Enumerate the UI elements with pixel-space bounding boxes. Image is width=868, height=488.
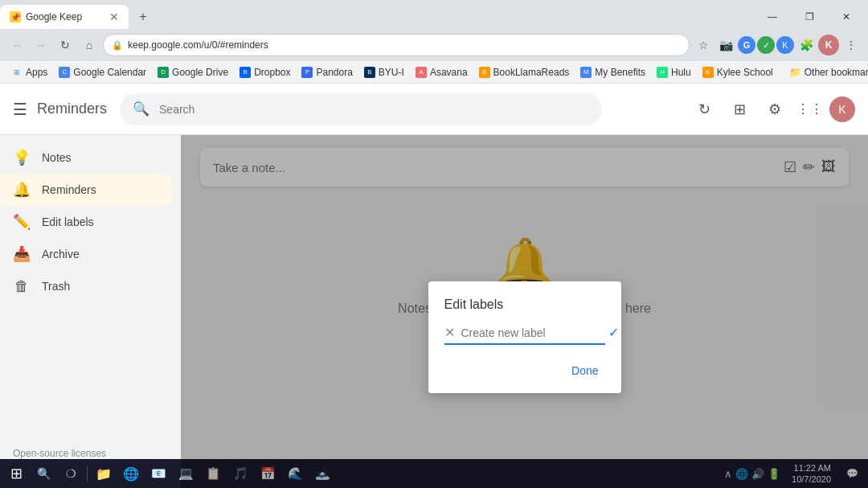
home-button[interactable]: ⌂ bbox=[79, 35, 100, 55]
dialog-clear-button[interactable]: ✕ bbox=[444, 325, 455, 340]
bookmark-favicon: B bbox=[364, 67, 375, 78]
lock-icon: 🔒 bbox=[112, 40, 123, 51]
reminders-icon: 🔔 bbox=[13, 181, 31, 199]
sidebar-item-trash[interactable]: 🗑 Trash bbox=[0, 270, 174, 302]
address-bar-row: ← → ↻ ⌂ 🔒 keep.google.com/u/0/#reminders… bbox=[0, 29, 868, 61]
taskbar-chrome-button[interactable]: 🌐 bbox=[118, 461, 144, 486]
sidebar-item-archive[interactable]: 📥 Archive bbox=[0, 238, 174, 270]
bookmark-other[interactable]: 📁 Other bookmarks bbox=[784, 65, 868, 80]
minimize-button[interactable]: — bbox=[754, 5, 791, 29]
bookmark-dropbox[interactable]: B Dropbox bbox=[235, 65, 295, 80]
star-icon[interactable]: ☆ bbox=[693, 35, 714, 55]
bookmark-book[interactable]: B BookLlamaReads bbox=[474, 65, 575, 80]
apps-grid-icon[interactable]: ⋮⋮ bbox=[794, 93, 826, 125]
tab-bar: 📌 Google Keep ✕ + — ❐ ✕ bbox=[0, 0, 868, 29]
tab-title: Google Keep bbox=[26, 11, 103, 23]
dialog-done-button[interactable]: Done bbox=[565, 358, 604, 383]
taskbar-view-button[interactable]: ❍ bbox=[58, 461, 84, 486]
sidebar-label-archive: Archive bbox=[42, 248, 80, 260]
bookmarks-bar: ⊞ Apps C Google Calendar D Google Drive … bbox=[0, 61, 868, 84]
settings-icon[interactable]: ⚙ bbox=[759, 93, 791, 125]
restore-button[interactable]: ❐ bbox=[791, 5, 828, 29]
back-button[interactable]: ← bbox=[6, 35, 27, 55]
taskbar-mail-button[interactable]: 📧 bbox=[145, 461, 171, 486]
refresh-button[interactable]: ↻ bbox=[55, 35, 76, 55]
account-icon[interactable]: K bbox=[818, 35, 839, 55]
active-tab[interactable]: 📌 Google Keep ✕ bbox=[0, 5, 129, 29]
footer-text: Open-source licenses bbox=[13, 448, 106, 459]
sidebar-item-reminders[interactable]: 🔔 Reminders bbox=[0, 174, 174, 206]
refresh-icon[interactable]: ↻ bbox=[688, 93, 720, 125]
bookmark-kylee[interactable]: K Kylee School bbox=[698, 65, 778, 80]
app-logo: Reminders bbox=[37, 100, 107, 117]
dialog-title: Edit labels bbox=[444, 297, 605, 312]
bookmark-favicon: P bbox=[301, 67, 313, 78]
trash-icon: 🗑 bbox=[13, 278, 31, 295]
bookmark-pandora[interactable]: P Pandora bbox=[297, 65, 357, 80]
address-bar[interactable]: 🔒 keep.google.com/u/0/#reminders bbox=[103, 34, 690, 56]
bookmark-label: Apps bbox=[26, 67, 47, 78]
layout-icon[interactable]: ⊞ bbox=[723, 93, 755, 125]
bookmark-label: BYU-I bbox=[379, 67, 404, 78]
taskbar-explorer-button[interactable]: 📁 bbox=[91, 461, 117, 486]
dialog-confirm-button[interactable]: ✓ bbox=[608, 325, 619, 340]
extension3-icon[interactable]: 🧩 bbox=[796, 35, 817, 55]
new-tab-button[interactable]: + bbox=[132, 6, 154, 28]
tab-favicon: 📌 bbox=[10, 11, 21, 23]
app-footer: Open-source licenses bbox=[13, 448, 106, 459]
bookmark-label: Other bookmarks bbox=[805, 67, 868, 78]
bookmark-favicon: K bbox=[702, 67, 714, 78]
bookmark-folder-icon: 📁 bbox=[789, 67, 801, 78]
bookmark-label: Google Calendar bbox=[73, 67, 146, 78]
google-icon[interactable]: G bbox=[738, 36, 755, 54]
taskbar-search-button[interactable]: 🔍 bbox=[31, 461, 56, 486]
taskbar-start-button[interactable]: ⊞ bbox=[3, 461, 29, 486]
toolbar-icons: ☆ 📷 G ✓ K 🧩 K ⋮ bbox=[693, 35, 862, 55]
taskbar-separator bbox=[87, 465, 88, 482]
close-button[interactable]: ✕ bbox=[828, 5, 865, 29]
extension2-icon[interactable]: K bbox=[776, 36, 794, 54]
browser-chrome: 📌 Google Keep ✕ + — ❐ ✕ ← → ↻ ⌂ 🔒 keep.g… bbox=[0, 0, 868, 84]
search-input[interactable] bbox=[159, 103, 589, 116]
bookmark-label: Asavana bbox=[430, 67, 468, 78]
bookmark-label: Hulu bbox=[671, 67, 691, 78]
header-actions: ↻ ⊞ ⚙ ⋮⋮ K bbox=[688, 93, 855, 125]
bookmark-byu[interactable]: B BYU-I bbox=[359, 65, 409, 80]
extension1-icon[interactable]: ✓ bbox=[757, 36, 775, 54]
dialog-footer: Done bbox=[444, 358, 605, 383]
main-content: Take a note... ☑ ✏ 🖼 🔔 Notes with upcomi… bbox=[181, 135, 868, 488]
sidebar-label-reminders: Reminders bbox=[42, 183, 96, 196]
bookmark-favicon: H bbox=[657, 67, 668, 78]
bookmark-favicon: ⊞ bbox=[11, 67, 23, 78]
edit-labels-icon: ✏️ bbox=[13, 213, 31, 231]
dialog-label-input[interactable] bbox=[461, 326, 602, 339]
tab-close-button[interactable]: ✕ bbox=[109, 10, 119, 23]
bookmark-label: Dropbox bbox=[254, 67, 290, 78]
bookmark-favicon: D bbox=[158, 67, 169, 78]
bookmark-benefits[interactable]: M My Benefits bbox=[575, 65, 650, 80]
bookmark-label: Google Drive bbox=[172, 67, 228, 78]
forward-button[interactable]: → bbox=[31, 35, 51, 55]
avatar[interactable]: K bbox=[829, 96, 855, 122]
sidebar-item-notes[interactable]: 💡 Notes bbox=[0, 141, 174, 174]
bookmark-gdrive[interactable]: D Google Drive bbox=[153, 65, 233, 80]
app-header: ☰ Reminders 🔍 ↻ ⊞ ⚙ ⋮⋮ K bbox=[0, 84, 868, 135]
bookmark-hulu[interactable]: H Hulu bbox=[652, 65, 696, 80]
bookmark-favicon: B bbox=[240, 67, 251, 78]
bookmark-label: Pandora bbox=[316, 67, 352, 78]
archive-icon: 📥 bbox=[13, 245, 31, 263]
bookmark-favicon: C bbox=[59, 67, 70, 78]
screenshot-icon[interactable]: 📷 bbox=[715, 35, 736, 55]
bookmark-apps[interactable]: ⊞ Apps bbox=[6, 65, 52, 80]
sidebar-label-trash: Trash bbox=[42, 280, 70, 293]
bookmark-asana[interactable]: A Asavana bbox=[411, 65, 473, 80]
bookmark-gcal[interactable]: C Google Calendar bbox=[54, 65, 151, 80]
menu-icon[interactable]: ⋮ bbox=[841, 35, 862, 55]
bookmark-favicon: A bbox=[416, 67, 427, 78]
sidebar-item-edit-labels[interactable]: ✏️ Edit labels bbox=[0, 206, 174, 238]
sidebar: 💡 Notes 🔔 Reminders ✏️ Edit labels 📥 Arc… bbox=[0, 135, 181, 488]
app-container: 💡 Notes 🔔 Reminders ✏️ Edit labels 📥 Arc… bbox=[0, 135, 868, 488]
dialog-input-row: ✕ ✓ bbox=[444, 325, 605, 345]
search-bar[interactable]: 🔍 bbox=[120, 93, 602, 125]
menu-hamburger-icon[interactable]: ☰ bbox=[13, 100, 27, 119]
